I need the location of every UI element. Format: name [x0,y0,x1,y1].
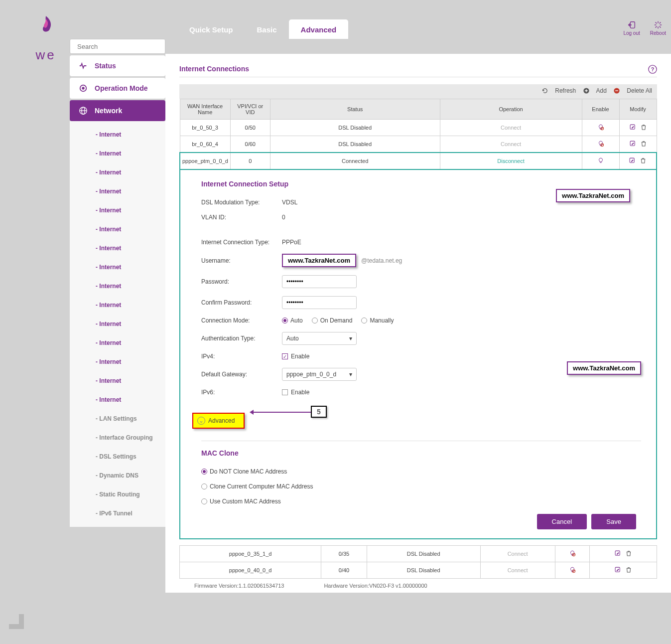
svg-rect-23 [630,125,635,129]
tab-quick-setup[interactable]: Quick Setup [177,19,245,39]
ipv6-checkbox[interactable] [282,389,288,395]
connmode-ondemand[interactable]: On Demand [312,317,353,324]
subnav-ipv6-tunnel[interactable]: - IPv6 Tunnel [70,504,165,523]
subnav-lan[interactable]: - LAN Settings [70,409,165,428]
nav-status[interactable]: Status [70,55,165,76]
cell-operation[interactable]: Connect [480,546,555,562]
trash-icon [640,140,647,147]
vlan-label: VLAN ID: [201,214,282,221]
refresh-button[interactable]: Refresh [541,87,576,94]
watermark-1: www.TazkraNet.com [556,189,630,202]
subnav-internet-3[interactable]: - Internet [70,163,165,182]
subnav-internet-7[interactable]: - Internet [70,239,165,258]
cell-vpi: 0/60 [230,136,270,153]
bulb-icon [569,550,576,557]
decorative-shape [9,614,24,629]
tab-basic[interactable]: Basic [245,19,289,39]
cell-enable[interactable] [582,136,619,153]
reboot-icon [654,20,663,29]
cell-operation[interactable]: Connect [480,562,555,579]
logout-button[interactable]: Log out [623,20,640,36]
cell-name: pppoe_0_35_1_d [180,546,321,562]
connmode-manual[interactable]: Manually [361,317,394,324]
trash-icon [640,124,647,131]
reboot-button[interactable]: Reboot [650,20,666,36]
table-row[interactable]: pppoe_0_40_0_d0/40DSL DisabledConnect [180,562,657,579]
cell-enable[interactable] [555,546,589,562]
nav-operation-mode[interactable]: Operation Mode [70,78,165,99]
delete-all-button[interactable]: Delete All [613,87,652,94]
cell-modify[interactable] [589,562,657,579]
subnav-ddns[interactable]: - Dynamic DNS [70,466,165,485]
dsl-label: DSL Modulation Type: [201,199,282,206]
subnav-dsl[interactable]: - DSL Settings [70,447,165,466]
table-row[interactable]: br_0_60_40/60DSL DisabledConnect [180,136,657,153]
cell-name: br_0_60_4 [180,136,230,153]
help-icon[interactable]: ? [648,65,657,74]
svg-rect-33 [615,551,620,555]
chevron-down-icon: ▾ [349,335,352,342]
setup-title: Internet Connection Setup [201,180,641,188]
firmware-version: Firmware Version:1.1.020061534713 [194,583,284,589]
subnav-internet-10[interactable]: - Internet [70,296,165,315]
subnav-internet-2[interactable]: - Internet [70,144,165,163]
cell-enable[interactable] [582,120,619,136]
subnav-interface-grouping[interactable]: - Interface Grouping [70,428,165,447]
cell-enable[interactable] [555,562,589,579]
wan-table: WAN Interface Name VPI/VCI or VID Status… [179,99,657,170]
subnav-internet-11[interactable]: - Internet [70,315,165,333]
tab-advanced[interactable]: Advanced [289,19,349,39]
subnav-internet-14[interactable]: - Internet [70,371,165,390]
table-row[interactable]: pppoe_ptm_0_0_d0ConnectedDisconnect [180,153,657,169]
subnav-internet-13[interactable]: - Internet [70,352,165,371]
subnav-internet-4[interactable]: - Internet [70,182,165,201]
table-row[interactable]: br_0_50_30/50DSL DisabledConnect [180,120,657,136]
cell-operation[interactable]: Disconnect [440,153,582,169]
mac-clonecur[interactable]: Clone Current Computer MAC Address [201,483,313,490]
cell-modify[interactable] [619,136,657,153]
footer: Firmware Version:1.1.020061534713 Hardwa… [179,579,657,589]
subnav-internet-12[interactable]: - Internet [70,333,165,352]
gw-select[interactable]: pppoe_ptm_0_0_d▾ [282,368,357,381]
cell-modify[interactable] [619,153,657,169]
connmode-auto[interactable]: Auto [282,317,303,324]
auth-select[interactable]: Auto▾ [282,332,357,345]
advanced-toggle[interactable]: ⌄ Advanced [192,413,245,429]
subnav-internet-1[interactable]: - Internet [70,125,165,144]
table-row[interactable]: pppoe_0_35_1_d0/35DSL DisabledConnect [180,546,657,562]
setup-box: Internet Connection Setup www.TazkraNet.… [179,170,657,539]
subnav-internet-15[interactable]: - Internet [70,390,165,409]
svg-point-12 [82,87,84,89]
password-input[interactable] [282,275,357,288]
cell-operation[interactable]: Connect [440,120,582,136]
mac-noclone[interactable]: Do NOT Clone MAC Address [201,468,287,475]
subnav-internet-8[interactable]: - Internet [70,258,165,277]
search-input[interactable] [77,43,161,50]
cell-modify[interactable] [589,546,657,562]
cell-enable[interactable] [582,153,619,169]
cell-name: pppoe_0_40_0_d [180,562,321,579]
mac-custom[interactable]: Use Custom MAC Address [201,498,281,505]
ipv4-checkbox[interactable]: ✓ [282,353,288,359]
cell-operation[interactable]: Connect [440,136,582,153]
subnav-internet-6[interactable]: - Internet [70,220,165,239]
subnav-internet-9[interactable]: - Internet [70,277,165,296]
col-status: Status [270,99,440,120]
confirm-password-input[interactable] [282,296,357,309]
cell-vpi: 0/40 [321,562,367,579]
trash-icon [625,566,632,573]
connmode-label: Connection Mode: [201,317,282,324]
pass-label: Password: [201,278,282,285]
save-button[interactable]: Save [591,514,636,529]
cell-modify[interactable] [619,120,657,136]
pulse-icon [79,61,88,70]
add-button[interactable]: Add [583,87,607,94]
radio-icon [79,84,88,93]
cancel-button[interactable]: Cancel [537,514,587,529]
subnav-internet-5[interactable]: - Internet [70,201,165,220]
nav-network[interactable]: Network [70,100,165,121]
gw-label: Default Gateway: [201,371,282,378]
subnav-static-routing[interactable]: - Static Routing [70,485,165,504]
search-box[interactable] [70,39,165,54]
ipv6-label: IPv6: [201,389,282,396]
